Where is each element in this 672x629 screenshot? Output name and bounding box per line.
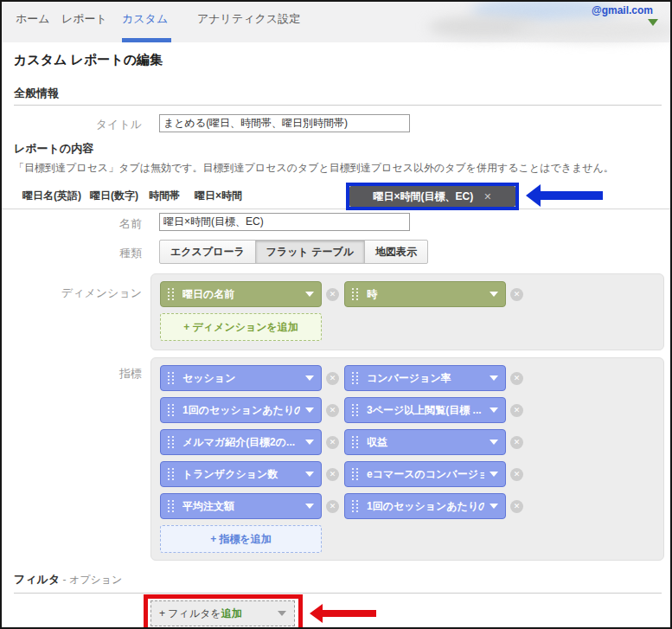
pill-label: トランザクション数: [182, 467, 300, 482]
remove-icon[interactable]: ✕: [326, 500, 339, 513]
pill-label: 1回のセッションあたりの値: [367, 499, 484, 514]
metric-pill[interactable]: コンバージョン率: [344, 365, 506, 391]
report-tab-active[interactable]: 曜日×時間(目標、EC) ✕: [349, 186, 515, 207]
metrics-container: セッション ✕ コンバージョン率 ✕ 1回のセッションあたりの... ✕ 3ペー…: [150, 357, 664, 561]
metric-row: 平均注文額 ✕ 1回のセッションあたりの値 ✕: [160, 493, 663, 519]
pill-label: 時: [367, 287, 484, 302]
caret-down-icon: [490, 408, 498, 413]
nav-item-custom[interactable]: カスタム: [122, 11, 168, 27]
remove-icon[interactable]: ✕: [326, 288, 339, 301]
remove-icon[interactable]: ✕: [326, 404, 339, 417]
metric-pill[interactable]: セッション: [160, 365, 322, 391]
drag-handle-icon[interactable]: [168, 288, 176, 301]
top-navigation: ホーム レポート カスタム アナリティクス設定 @gmail.com: [2, 2, 670, 42]
remove-icon[interactable]: ✕: [326, 372, 339, 385]
divider: [14, 105, 662, 106]
metric-pill[interactable]: 1回のセッションあたりの...: [160, 397, 322, 423]
report-tab-weekday-name[interactable]: 曜日名(英語): [22, 189, 81, 203]
report-tab-weekday-number[interactable]: 曜日(数字): [90, 189, 138, 203]
caret-down-icon: [490, 504, 498, 509]
annotation-red-box: [144, 594, 303, 629]
drag-handle-icon[interactable]: [352, 436, 360, 449]
add-metric-button[interactable]: + 指標を追加: [160, 525, 322, 553]
general-info-heading: 全般情報: [14, 86, 59, 101]
caret-down-icon: [490, 375, 498, 381]
drag-handle-icon[interactable]: [352, 372, 360, 385]
drag-handle-icon[interactable]: [168, 500, 176, 513]
metric-row: 1回のセッションあたりの... ✕ 3ページ以上閲覧(目標 ... ✕: [160, 397, 663, 423]
type-button-flat-table[interactable]: フラット テーブル: [255, 240, 365, 264]
caret-down-icon: [305, 292, 314, 297]
filters-heading: フィルタ - オプション: [14, 572, 122, 587]
remove-icon[interactable]: ✕: [510, 404, 523, 417]
caret-down-icon: [305, 375, 314, 381]
dimension-row: 曜日の名前 ✕ 時 ✕: [160, 281, 663, 307]
type-button-explorer[interactable]: エクスプローラ: [159, 240, 256, 264]
dimension-pill[interactable]: 曜日の名前: [160, 281, 322, 307]
account-dropdown-caret-icon[interactable]: [648, 19, 658, 26]
page-title: カスタム レポートの編集: [14, 52, 163, 68]
dimensions-label: ディメンション: [2, 286, 150, 301]
annotation-blue-arrow: [526, 184, 605, 207]
remove-icon[interactable]: ✕: [326, 436, 339, 449]
add-dimension-button[interactable]: + ディメンションを追加: [160, 313, 322, 341]
drag-handle-icon[interactable]: [168, 404, 176, 417]
remove-icon[interactable]: ✕: [510, 436, 523, 449]
drag-handle-icon[interactable]: [352, 404, 360, 417]
tab-name-input[interactable]: [159, 213, 410, 231]
drag-handle-icon[interactable]: [352, 468, 360, 481]
nav-item-reports[interactable]: レポート: [61, 11, 107, 27]
pill-label: セッション: [182, 371, 300, 386]
drag-handle-icon[interactable]: [168, 468, 176, 481]
filters-heading-main: フィルタ: [14, 573, 60, 586]
tab-strip-divider: [2, 209, 672, 209]
metric-pill[interactable]: 平均注文額: [160, 493, 322, 519]
metric-pill[interactable]: 3ページ以上閲覧(目標 ...: [344, 397, 506, 423]
metric-pill[interactable]: トランザクション数: [160, 461, 322, 487]
close-tab-icon[interactable]: ✕: [483, 191, 491, 202]
pill-label: 1回のセッションあたりの...: [182, 403, 300, 418]
metric-row: トランザクション数 ✕ eコマースのコンバージョ... ✕: [160, 461, 663, 487]
title-field-label: タイトル: [2, 117, 150, 132]
caret-down-icon: [490, 472, 498, 477]
drag-handle-icon[interactable]: [352, 288, 360, 301]
drag-handle-icon[interactable]: [168, 436, 176, 449]
dimensions-container: 曜日の名前 ✕ 時 ✕ + ディメンションを追加: [150, 273, 664, 350]
pill-label: コンバージョン率: [367, 371, 484, 386]
metric-pill[interactable]: メルマガ紹介(目標2の...: [160, 429, 322, 455]
remove-icon[interactable]: ✕: [510, 468, 523, 481]
dimension-pill[interactable]: 時: [344, 281, 506, 307]
active-tab-label: 曜日×時間(目標、EC): [374, 189, 474, 204]
report-title-input[interactable]: [159, 114, 410, 132]
caret-down-icon: [305, 408, 314, 413]
metric-pill[interactable]: 収益: [344, 429, 506, 455]
account-email[interactable]: @gmail.com: [592, 4, 653, 16]
active-nav-underline: [122, 38, 171, 42]
remove-icon[interactable]: ✕: [510, 500, 523, 513]
remove-icon[interactable]: ✕: [510, 372, 523, 385]
report-tab-hour[interactable]: 時間帯: [149, 189, 180, 203]
drag-handle-icon[interactable]: [352, 500, 360, 513]
caret-down-icon: [490, 292, 498, 297]
annotation-red-arrow: [310, 604, 379, 623]
caret-down-icon: [305, 504, 314, 509]
pill-label: 曜日の名前: [182, 287, 300, 302]
caret-down-icon: [490, 440, 498, 445]
type-field-label: 種類: [2, 246, 150, 261]
caret-down-icon: [305, 440, 314, 445]
name-field-label: 名前: [2, 216, 150, 232]
metric-pill[interactable]: eコマースのコンバージョ...: [344, 461, 506, 487]
pill-label: 3ページ以上閲覧(目標 ...: [367, 403, 484, 418]
pill-label: eコマースのコンバージョ...: [367, 467, 484, 482]
pill-label: メルマガ紹介(目標2の...: [182, 435, 300, 450]
nav-item-home[interactable]: ホーム: [16, 11, 50, 27]
report-tab-weekday-hour[interactable]: 曜日×時間: [195, 189, 242, 203]
metric-row: セッション ✕ コンバージョン率 ✕: [160, 365, 663, 391]
remove-icon[interactable]: ✕: [510, 288, 523, 301]
drag-handle-icon[interactable]: [168, 372, 176, 385]
funnel-disabled-notice: 「目標到達プロセス」タブは無効です。目標到達プロセスのタブと目標到達プロセス以外…: [14, 161, 614, 176]
metric-pill[interactable]: 1回のセッションあたりの値: [344, 493, 506, 519]
remove-icon[interactable]: ✕: [326, 468, 339, 481]
nav-item-admin[interactable]: アナリティクス設定: [197, 11, 300, 27]
type-button-map[interactable]: 地図表示: [364, 240, 428, 264]
